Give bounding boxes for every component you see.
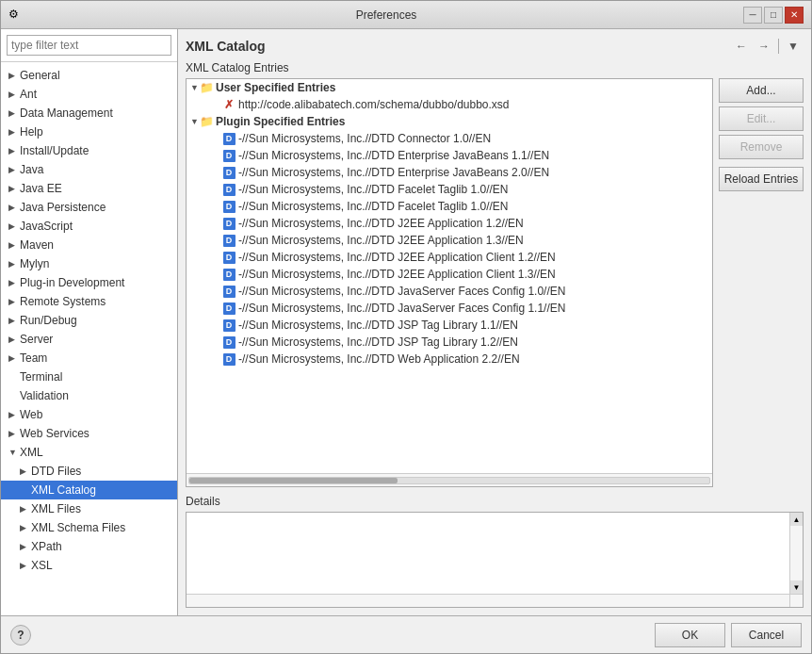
catalog-entry-2[interactable]: ▼📁Plugin Specified Entries — [187, 113, 712, 130]
tree-label-web: Web — [20, 408, 42, 421]
catalog-entry-10[interactable]: D-//Sun Microsystems, Inc.//DTD J2EE App… — [187, 249, 712, 266]
catalog-entry-12[interactable]: D-//Sun Microsystems, Inc.//DTD JavaServ… — [187, 283, 712, 300]
cat-label-8: -//Sun Microsystems, Inc.//DTD J2EE Appl… — [238, 217, 524, 230]
catalog-list[interactable]: ▼📁User Specified Entries✗http://code.ali… — [187, 79, 712, 473]
tree-item-xml[interactable]: ▼XML — [1, 443, 177, 462]
catalog-entry-13[interactable]: D-//Sun Microsystems, Inc.//DTD JavaServ… — [187, 300, 712, 317]
cat-label-12: -//Sun Microsystems, Inc.//DTD JavaServe… — [238, 285, 565, 298]
tree-item-xml-schema-files[interactable]: ▶XML Schema Files — [1, 518, 177, 537]
catalog-entry-16[interactable]: D-//Sun Microsystems, Inc.//DTD Web Appl… — [187, 351, 712, 368]
tree-item-java-ee[interactable]: ▶Java EE — [1, 179, 177, 198]
toolbar-separator — [778, 39, 779, 54]
toolbar-buttons: ← → ▼ — [731, 37, 804, 56]
dtd-icon-6: D — [222, 183, 235, 196]
tree-item-server[interactable]: ▶Server — [1, 330, 177, 349]
cancel-button[interactable]: Cancel — [731, 623, 802, 647]
tree-item-javascript[interactable]: ▶JavaScript — [1, 217, 177, 236]
tree-item-xpath[interactable]: ▶XPath — [1, 537, 177, 556]
tree-arrow-xml-schema-files: ▶ — [20, 523, 29, 532]
tree-arrow-xml: ▼ — [8, 448, 18, 457]
tree-item-terminal[interactable]: Terminal — [1, 368, 177, 386]
catalog-and-buttons: ▼📁User Specified Entries✗http://code.ali… — [186, 78, 804, 487]
catalog-area: XML Catalog Entries ▼📁User Specified Ent… — [186, 61, 804, 495]
xsd-icon-1: ✗ — [222, 98, 235, 111]
bottom-left: ? — [10, 625, 31, 646]
hscroll-thumb — [189, 478, 398, 483]
maximize-button[interactable]: □ — [764, 7, 783, 24]
catalog-entry-0[interactable]: ▼📁User Specified Entries — [187, 79, 712, 96]
filter-input[interactable] — [7, 35, 171, 56]
add-button[interactable]: Add... — [719, 78, 804, 103]
tree-item-data-management[interactable]: ▶Data Management — [1, 104, 177, 123]
tree-item-plugin-development[interactable]: ▶Plug-in Development — [1, 273, 177, 292]
catalog-entry-14[interactable]: D-//Sun Microsystems, Inc.//DTD JSP Tag … — [187, 317, 712, 334]
tree-item-dtd-files[interactable]: ▶DTD Files — [1, 462, 177, 481]
tree-arrow-xpath: ▶ — [20, 542, 29, 551]
dtd-icon-14: D — [222, 319, 235, 332]
tree-label-xml-files: XML Files — [31, 502, 81, 515]
tree-item-remote-systems[interactable]: ▶Remote Systems — [1, 292, 177, 311]
close-button[interactable]: ✕ — [785, 7, 804, 24]
cat-label-0: User Specified Entries — [216, 81, 335, 94]
tree-label-java: Java — [20, 163, 43, 176]
main-content: ▶General▶Ant▶Data Management▶Help▶Instal… — [1, 29, 811, 615]
catalog-entry-11[interactable]: D-//Sun Microsystems, Inc.//DTD J2EE App… — [187, 266, 712, 283]
folder-icon-0: 📁 — [200, 81, 213, 94]
tree-arrow-javascript: ▶ — [8, 221, 18, 231]
right-panel: XML Catalog ← → ▼ XML Catalog Entries ▼📁… — [178, 29, 811, 615]
vscroll-up-button[interactable]: ▲ — [790, 513, 803, 526]
tree-label-install-update: Install/Update — [20, 144, 89, 157]
tree-item-mylyn[interactable]: ▶Mylyn — [1, 254, 177, 273]
tree-arrow-maven: ▶ — [8, 240, 18, 250]
catalog-entry-5[interactable]: D-//Sun Microsystems, Inc.//DTD Enterpri… — [187, 164, 712, 181]
catalog-entry-15[interactable]: D-//Sun Microsystems, Inc.//DTD JSP Tag … — [187, 334, 712, 351]
tree-item-run-debug[interactable]: ▶Run/Debug — [1, 311, 177, 330]
cat-label-2: Plugin Specified Entries — [216, 115, 345, 128]
tree-label-server: Server — [20, 333, 53, 346]
horizontal-scrollbar[interactable] — [187, 473, 712, 486]
tree-item-validation[interactable]: Validation — [1, 386, 177, 405]
tree-label-mylyn: Mylyn — [20, 257, 49, 270]
edit-button[interactable]: Edit... — [719, 106, 804, 131]
catalog-entry-7[interactable]: D-//Sun Microsystems, Inc.//DTD Facelet … — [187, 198, 712, 215]
tree-item-install-update[interactable]: ▶Install/Update — [1, 141, 177, 160]
forward-button[interactable]: → — [754, 37, 774, 56]
vscroll-down-button[interactable]: ▼ — [790, 580, 803, 594]
tree-item-web[interactable]: ▶Web — [1, 405, 177, 424]
tree-arrow-xml-files: ▶ — [20, 504, 29, 514]
tree-item-ant[interactable]: ▶Ant — [1, 85, 177, 104]
tree-arrow-team: ▶ — [8, 353, 18, 363]
tree-label-help: Help — [20, 125, 43, 139]
tree-item-java[interactable]: ▶Java — [1, 160, 177, 179]
details-vscrollbar[interactable]: ▲ ▼ — [789, 513, 803, 594]
help-button[interactable]: ? — [10, 625, 31, 646]
tree-item-web-services[interactable]: ▶Web Services — [1, 424, 177, 443]
tree-item-xml-files[interactable]: ▶XML Files — [1, 499, 177, 518]
minimize-button[interactable]: ─ — [743, 7, 762, 24]
tree-item-help[interactable]: ▶Help — [1, 123, 177, 141]
catalog-entry-8[interactable]: D-//Sun Microsystems, Inc.//DTD J2EE App… — [187, 215, 712, 232]
dropdown-button[interactable]: ▼ — [783, 37, 804, 56]
tree-item-general[interactable]: ▶General — [1, 66, 177, 85]
catalog-entry-3[interactable]: D-//Sun Microsystems, Inc.//DTD Connecto… — [187, 130, 712, 147]
tree-item-java-persistence[interactable]: ▶Java Persistence — [1, 198, 177, 217]
remove-button[interactable]: Remove — [719, 135, 804, 159]
catalog-entry-1[interactable]: ✗http://code.alibabatech.com/schema/dubb… — [187, 96, 712, 113]
catalog-entry-6[interactable]: D-//Sun Microsystems, Inc.//DTD Facelet … — [187, 181, 712, 198]
tree-label-data-management: Data Management — [20, 106, 113, 120]
tree-item-xsl[interactable]: ▶XSL — [1, 556, 177, 575]
ok-button[interactable]: OK — [655, 623, 725, 647]
catalog-entry-4[interactable]: D-//Sun Microsystems, Inc.//DTD Enterpri… — [187, 147, 712, 164]
tree-label-javascript: JavaScript — [20, 220, 73, 233]
details-hscrollbar[interactable] — [187, 594, 789, 607]
back-button[interactable]: ← — [731, 37, 752, 56]
tree-item-maven[interactable]: ▶Maven — [1, 236, 177, 254]
catalog-entry-9[interactable]: D-//Sun Microsystems, Inc.//DTD J2EE App… — [187, 232, 712, 249]
tree-item-team[interactable]: ▶Team — [1, 349, 177, 368]
tree-label-terminal: Terminal — [20, 370, 62, 384]
reload-entries-button[interactable]: Reload Entries — [719, 167, 804, 191]
dtd-icon-12: D — [222, 285, 235, 298]
tree-label-web-services: Web Services — [20, 427, 89, 440]
tree-item-xml-catalog[interactable]: XML Catalog — [1, 481, 177, 499]
right-toolbar: XML Catalog ← → ▼ — [186, 37, 804, 56]
